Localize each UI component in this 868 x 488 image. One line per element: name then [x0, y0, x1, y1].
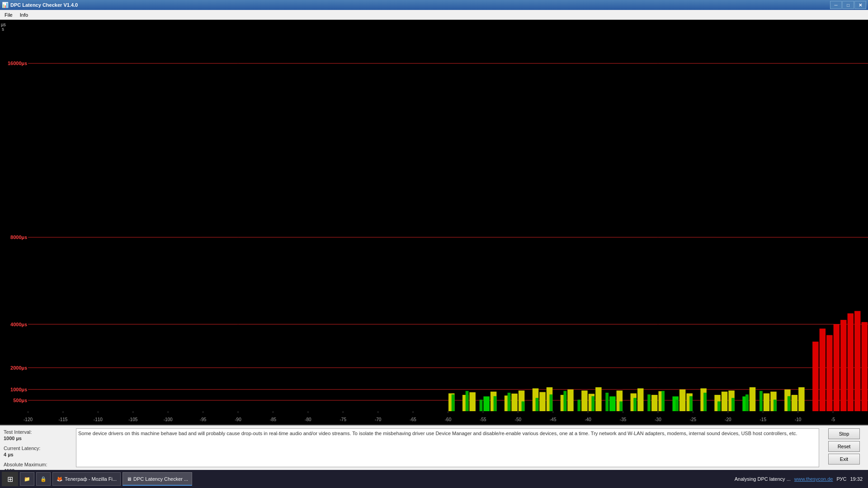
status-message: Some device drivers on this machine beha…: [76, 428, 819, 467]
menu-info[interactable]: Info: [16, 10, 32, 19]
title-bar: 📊 DPC Latency Checker V1.4.0 ─ □ ✕: [0, 0, 868, 10]
title-bar-controls: ─ □ ✕: [830, 1, 866, 9]
test-interval-row: Test Interval: 1000 µs: [4, 429, 67, 441]
status-stats: Test Interval: 1000 µs Current Latency: …: [4, 427, 67, 468]
absolute-maximum-label: Absolute Maximum:: [4, 462, 67, 467]
title-bar-left: 📊 DPC Latency Checker V1.4.0: [2, 2, 78, 8]
reset-button[interactable]: Reset: [828, 441, 860, 452]
taskbar: ⊞ 📁 🔒 🦊 Телеграф - Mozilla Fi... 🖥 DPC L…: [0, 470, 868, 488]
test-interval-value: 1000 µs: [4, 436, 67, 441]
status-bar: Test Interval: 1000 µs Current Latency: …: [0, 425, 868, 470]
current-latency-row: Current Latency: 4 µs: [4, 446, 67, 457]
chart-canvas: [0, 20, 868, 425]
explorer-icon: 📁: [24, 476, 30, 482]
current-latency-value: 4 µs: [4, 452, 67, 457]
taskbar-explorer[interactable]: 📁: [20, 472, 34, 486]
window-title: DPC Latency Checker V1.4.0: [10, 2, 78, 8]
dpc-icon: 🖥: [127, 476, 132, 482]
website-link[interactable]: www.thesycon.de: [794, 476, 833, 482]
minimize-button[interactable]: ─: [830, 1, 842, 9]
firefox-label: Телеграф - Mozilla Fi...: [65, 476, 117, 482]
start-icon: ⊞: [7, 475, 13, 483]
lock-icon: 🔒: [40, 476, 47, 482]
menu-file[interactable]: File: [1, 10, 16, 19]
current-latency-label: Current Latency:: [4, 446, 67, 451]
taskbar-dpc[interactable]: 🖥 DPC Latency Checker ...: [123, 472, 192, 486]
exit-button[interactable]: Exit: [828, 454, 860, 465]
start-button[interactable]: ⊞: [2, 472, 18, 486]
systray-time: 19:32: [850, 476, 863, 482]
stop-button[interactable]: Stop: [828, 428, 860, 439]
action-buttons: Stop Reset Exit: [828, 427, 864, 468]
taskbar-lock[interactable]: 🔒: [36, 472, 51, 486]
maximize-button[interactable]: □: [842, 1, 854, 9]
menu-bar: File Info: [0, 10, 868, 20]
test-interval-label: Test Interval:: [4, 429, 67, 435]
firefox-icon: 🦊: [57, 476, 63, 482]
app-icon: 📊: [2, 2, 9, 8]
chart-wrapper: [0, 20, 868, 425]
systray-lang: РУС: [836, 476, 846, 482]
analyzing-label: Analysing DPC latency ...: [735, 476, 791, 482]
taskbar-right: Analysing DPC latency ... www.thesycon.d…: [735, 476, 866, 482]
close-button[interactable]: ✕: [854, 1, 866, 9]
taskbar-firefox[interactable]: 🦊 Телеграф - Mozilla Fi...: [52, 472, 121, 486]
dpc-label: DPC Latency Checker ...: [133, 476, 188, 482]
